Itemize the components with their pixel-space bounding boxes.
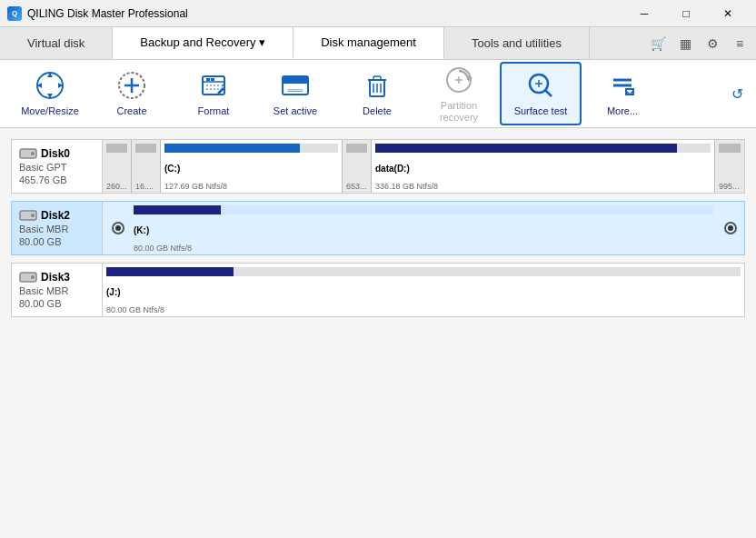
disk0-part2-info: 16.... [135,182,156,191]
svg-rect-15 [211,78,214,81]
toolbar: Move/Resize Create Format [0,60,756,128]
tab-disk-management[interactable]: Disk management [293,27,444,59]
svg-point-41 [31,152,35,155]
disk2-radio-right [717,202,744,254]
more-button[interactable]: More... [582,62,663,125]
disk0-part3-label: (C:) [164,164,338,174]
disk-row-disk2: Disk2 Basic MBR 80.00 GB (K:) 80.00 GB N… [11,201,745,255]
disk0-info: Disk0 Basic GPT 465.76 GB [12,140,103,193]
disk0-part5-label: data(D:) [375,164,711,174]
disk0-part4[interactable]: 653... [343,140,372,193]
disk0-part4-info: 653... [346,182,367,191]
svg-rect-14 [206,78,210,81]
disk2-partition[interactable]: (K:) 80.00 GB Ntfs/8 [130,202,717,254]
disk2-radio-indicator [112,222,124,234]
settings-icon-button[interactable]: ⚙ [700,31,725,56]
disk3-type: Basic MBR [19,285,94,296]
svg-rect-24 [373,76,381,80]
tab-backup-recovery[interactable]: Backup and Recovery ▾ [113,27,293,59]
disk0-part3-info: 127.69 GB Ntfs/8 [164,182,338,191]
delete-button[interactable]: Delete [336,62,418,125]
title-bar-title: QILING Disk Master Professional [27,7,188,20]
disk3-partition[interactable]: (J:) 80.00 GB Ntfs/8 [103,264,744,316]
disk2-part-label: (K:) [134,225,713,235]
nav-tabs: Virtual disk Backup and Recovery ▾ Disk … [0,27,756,60]
disk0-part2[interactable]: 16.... [132,140,161,193]
disk0-part1[interactable]: 260... [103,140,132,193]
menu-icon-button[interactable]: ≡ [727,31,752,56]
title-bar-controls: ─ □ ✕ [623,0,749,27]
svg-rect-20 [283,76,308,84]
disk2-name: Disk2 [19,209,94,222]
svg-point-45 [31,275,35,279]
disk3-part-info: 80.00 GB Ntfs/8 [106,305,741,314]
svg-line-18 [222,85,224,86]
tab-virtual-disk[interactable]: Virtual disk [0,27,113,59]
format-label: Format [198,105,230,117]
disk0-part1-info: 260... [106,182,127,191]
app-icon: Q [7,6,22,21]
partition-recovery-button[interactable]: Partition recovery [418,62,500,125]
disk2-radio [103,202,130,254]
disk3-size: 80.00 GB [19,298,94,309]
delete-icon [361,69,393,102]
format-icon [197,69,230,102]
create-button[interactable]: Create [91,62,173,125]
title-bar-left: Q QILING Disk Master Professional [7,6,188,21]
close-button[interactable]: ✕ [707,0,749,27]
set-active-button[interactable]: ═══ Set active [254,62,336,125]
cart-icon-button[interactable]: 🛒 [645,31,671,56]
surface-test-icon [524,69,557,102]
disk0-part5[interactable]: data(D:) 336.18 GB Ntfs/8 [372,140,715,193]
svg-line-33 [545,90,552,96]
partition-recovery-icon [443,64,475,96]
disk0-name: Disk0 [19,147,94,160]
svg-text:═══: ═══ [286,86,303,95]
grid-icon-button[interactable]: ▦ [672,31,698,56]
svg-point-43 [31,214,35,217]
more-icon [606,69,639,102]
disk0-partitions: 260... 16.... (C:) 127.69 GB Ntfs/8 653.… [103,140,744,193]
disk2-size: 80.00 GB [19,236,94,247]
disk0-part5-info: 336.18 GB Ntfs/8 [375,182,711,191]
disk0-part6[interactable]: 995... [715,140,744,193]
disk2-type: Basic MBR [19,224,94,234]
disk3-part-label: (J:) [106,287,741,297]
disk2-info: Disk2 Basic MBR 80.00 GB [12,202,103,254]
rotate-icon: ↺ [731,85,747,103]
create-icon [115,69,148,102]
tab-tools-utilities[interactable]: Tools and utilities [444,27,590,59]
disk3-name: Disk3 [19,271,94,284]
move-resize-button[interactable]: Move/Resize [9,62,91,125]
set-active-icon: ═══ [279,69,312,102]
disk0-part6-info: 995... [719,182,741,191]
surface-test-button[interactable]: Surface test [500,62,582,125]
nav-right-icons: 🛒 ▦ ⚙ ≡ [645,27,756,59]
delete-label: Delete [363,105,392,117]
format-button[interactable]: Format [173,62,254,125]
move-resize-label: Move/Resize [21,105,79,117]
create-label: Create [116,105,146,117]
disk0-type: Basic GPT [19,162,94,173]
disk-row-disk0: Disk0 Basic GPT 465.76 GB 260... 16.... … [11,139,745,194]
content-area: Disk0 Basic GPT 465.76 GB 260... 16.... … [0,128,756,538]
disk0-size: 465.76 GB [19,174,94,185]
minimize-button[interactable]: ─ [623,0,665,27]
disk-row-disk3: Disk3 Basic MBR 80.00 GB (J:) 80.00 GB N… [11,263,745,317]
partition-recovery-label: Partition recovery [425,100,492,124]
disk2-radio-right-indicator [724,222,737,234]
more-label: More... [607,105,638,117]
move-resize-icon [34,69,66,102]
set-active-label: Set active [274,105,317,117]
disk2-part-info: 80.00 GB Ntfs/8 [134,244,713,253]
title-bar: Q QILING Disk Master Professional ─ □ ✕ [0,0,756,27]
maximize-button[interactable]: □ [665,0,707,27]
disk0-part3[interactable]: (C:) 127.69 GB Ntfs/8 [161,140,343,193]
disk3-info: Disk3 Basic MBR 80.00 GB [12,264,103,316]
surface-test-label: Surface test [514,105,568,117]
